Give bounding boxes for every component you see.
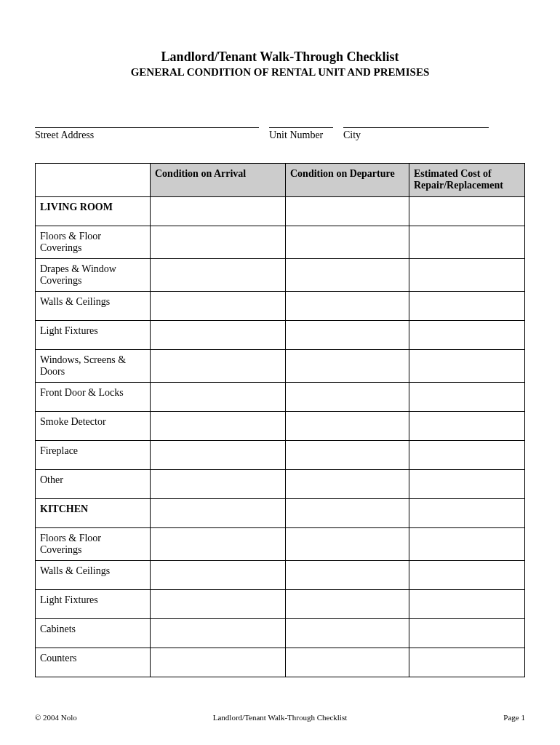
cell-cost[interactable] bbox=[409, 350, 525, 383]
table-row: Windows, Screens & Doors bbox=[36, 350, 525, 383]
document-title: Landlord/Tenant Walk-Through Checklist bbox=[35, 49, 525, 65]
cell-arrival[interactable] bbox=[151, 619, 286, 648]
cell-departure[interactable] bbox=[286, 383, 409, 412]
cell-departure[interactable] bbox=[286, 441, 409, 470]
cell-arrival[interactable] bbox=[151, 470, 286, 499]
row-label: Walls & Ceilings bbox=[36, 292, 151, 321]
title-block: Landlord/Tenant Walk-Through Checklist G… bbox=[35, 49, 525, 79]
header-arrival: Condition on Arrival bbox=[151, 164, 286, 197]
cell-departure[interactable] bbox=[286, 226, 409, 259]
footer-copyright: © 2004 Nolo bbox=[35, 713, 77, 722]
cell-departure[interactable] bbox=[286, 648, 409, 677]
cell-cost[interactable] bbox=[409, 292, 525, 321]
street-address-line[interactable] bbox=[35, 115, 259, 128]
cell-departure[interactable] bbox=[286, 412, 409, 441]
cell-arrival[interactable] bbox=[151, 561, 286, 590]
cell-arrival[interactable] bbox=[151, 648, 286, 677]
row-label: LIVING ROOM bbox=[36, 197, 151, 226]
cell-departure[interactable] bbox=[286, 292, 409, 321]
header-empty bbox=[36, 164, 151, 197]
cell-arrival[interactable] bbox=[151, 528, 286, 561]
cell-cost[interactable] bbox=[409, 590, 525, 619]
cell-cost[interactable] bbox=[409, 383, 525, 412]
row-label: KITCHEN bbox=[36, 499, 151, 528]
checklist-table: Condition on Arrival Condition on Depart… bbox=[35, 163, 525, 677]
row-label: Fireplace bbox=[36, 441, 151, 470]
row-label: Floors & Floor Coverings bbox=[36, 226, 151, 259]
table-row: Drapes & Window Coverings bbox=[36, 259, 525, 292]
row-label: Cabinets bbox=[36, 619, 151, 648]
table-row: Fireplace bbox=[36, 441, 525, 470]
cell-departure[interactable] bbox=[286, 197, 409, 226]
footer-page: Page 1 bbox=[503, 713, 525, 722]
table-row: Front Door & Locks bbox=[36, 383, 525, 412]
table-row: KITCHEN bbox=[36, 499, 525, 528]
table-row: LIVING ROOM bbox=[36, 197, 525, 226]
street-address-label: Street Address bbox=[35, 130, 259, 141]
header-cost: Estimated Cost of Repair/Replacement bbox=[409, 164, 525, 197]
table-row: Other bbox=[36, 470, 525, 499]
cell-departure[interactable] bbox=[286, 321, 409, 350]
cell-cost[interactable] bbox=[409, 470, 525, 499]
table-row: Light Fixtures bbox=[36, 590, 525, 619]
cell-cost[interactable] bbox=[409, 619, 525, 648]
cell-arrival[interactable] bbox=[151, 292, 286, 321]
cell-arrival[interactable] bbox=[151, 197, 286, 226]
cell-arrival[interactable] bbox=[151, 350, 286, 383]
row-label: Light Fixtures bbox=[36, 590, 151, 619]
cell-arrival[interactable] bbox=[151, 259, 286, 292]
cell-cost[interactable] bbox=[409, 499, 525, 528]
cell-departure[interactable] bbox=[286, 561, 409, 590]
row-label: Floors & Floor Coverings bbox=[36, 528, 151, 561]
table-row: Light Fixtures bbox=[36, 321, 525, 350]
cell-cost[interactable] bbox=[409, 648, 525, 677]
footer-center: Landlord/Tenant Walk-Through Checklist bbox=[213, 713, 348, 722]
row-label: Counters bbox=[36, 648, 151, 677]
cell-departure[interactable] bbox=[286, 499, 409, 528]
unit-number-line[interactable] bbox=[269, 115, 333, 128]
footer: © 2004 Nolo Landlord/Tenant Walk-Through… bbox=[0, 713, 560, 722]
table-row: Floors & Floor Coverings bbox=[36, 528, 525, 561]
cell-cost[interactable] bbox=[409, 528, 525, 561]
cell-arrival[interactable] bbox=[151, 499, 286, 528]
row-label: Smoke Detector bbox=[36, 412, 151, 441]
table-row: Walls & Ceilings bbox=[36, 561, 525, 590]
city-label: City bbox=[343, 130, 489, 141]
row-label: Light Fixtures bbox=[36, 321, 151, 350]
table-row: Cabinets bbox=[36, 619, 525, 648]
row-label: Other bbox=[36, 470, 151, 499]
cell-arrival[interactable] bbox=[151, 383, 286, 412]
row-label: Drapes & Window Coverings bbox=[36, 259, 151, 292]
cell-departure[interactable] bbox=[286, 259, 409, 292]
cell-cost[interactable] bbox=[409, 561, 525, 590]
table-row: Counters bbox=[36, 648, 525, 677]
cell-departure[interactable] bbox=[286, 350, 409, 383]
cell-cost[interactable] bbox=[409, 197, 525, 226]
unit-number-label: Unit Number bbox=[269, 130, 333, 141]
cell-departure[interactable] bbox=[286, 470, 409, 499]
cell-cost[interactable] bbox=[409, 259, 525, 292]
row-label: Front Door & Locks bbox=[36, 383, 151, 412]
cell-cost[interactable] bbox=[409, 321, 525, 350]
cell-departure[interactable] bbox=[286, 619, 409, 648]
cell-departure[interactable] bbox=[286, 528, 409, 561]
row-label: Walls & Ceilings bbox=[36, 561, 151, 590]
row-label: Windows, Screens & Doors bbox=[36, 350, 151, 383]
cell-cost[interactable] bbox=[409, 441, 525, 470]
table-row: Smoke Detector bbox=[36, 412, 525, 441]
cell-departure[interactable] bbox=[286, 590, 409, 619]
table-row: Walls & Ceilings bbox=[36, 292, 525, 321]
city-line[interactable] bbox=[343, 115, 489, 128]
cell-arrival[interactable] bbox=[151, 441, 286, 470]
cell-arrival[interactable] bbox=[151, 412, 286, 441]
cell-cost[interactable] bbox=[409, 226, 525, 259]
table-row: Floors & Floor Coverings bbox=[36, 226, 525, 259]
cell-arrival[interactable] bbox=[151, 321, 286, 350]
cell-arrival[interactable] bbox=[151, 590, 286, 619]
document-subtitle: GENERAL CONDITION OF RENTAL UNIT AND PRE… bbox=[35, 66, 525, 79]
cell-arrival[interactable] bbox=[151, 226, 286, 259]
cell-cost[interactable] bbox=[409, 412, 525, 441]
address-input-lines bbox=[35, 115, 525, 128]
address-labels: Street Address Unit Number City bbox=[35, 130, 525, 141]
header-departure: Condition on Departure bbox=[286, 164, 409, 197]
